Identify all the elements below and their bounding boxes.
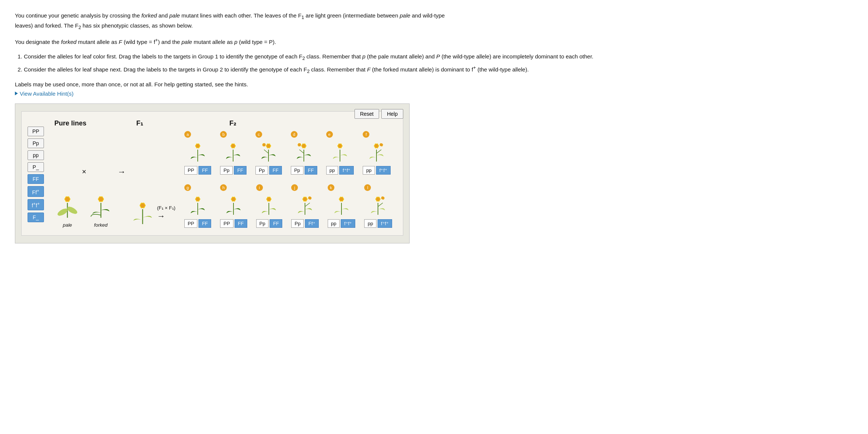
label-Fft[interactable]: Ff+ <box>28 186 44 197</box>
label-Pp[interactable]: Pp <box>28 138 44 148</box>
label-pp[interactable]: pp <box>28 150 44 160</box>
f2-plant-g: g <box>184 184 211 228</box>
genotype-k: pp f⁺f⁺ <box>328 219 356 228</box>
f2-plant-a-svg <box>188 138 208 165</box>
genotype-i-1[interactable]: Pp <box>256 219 269 228</box>
svg-point-95 <box>196 197 200 201</box>
svg-point-140 <box>376 197 380 201</box>
label-ftft[interactable]: f+f+ <box>28 199 44 210</box>
svg-line-77 <box>376 150 381 153</box>
help-button[interactable]: Help <box>381 109 403 119</box>
genotype-b-2[interactable]: FF <box>234 166 247 175</box>
instruction-2: Consider the alleles for leaf shape next… <box>24 64 853 76</box>
genotype-k-2[interactable]: f⁺f⁺ <box>341 219 355 228</box>
genotype-l-1[interactable]: pp <box>364 219 376 228</box>
circle-e: e <box>326 131 333 138</box>
svg-point-87 <box>380 143 383 146</box>
f2-plant-i: i <box>256 184 283 228</box>
genotype-b: Pp FF <box>220 166 247 175</box>
genotype-g-2[interactable]: FF <box>198 219 211 228</box>
label-FF[interactable]: FF <box>28 174 44 184</box>
circle-f: f <box>363 131 369 138</box>
circle-l: l <box>364 184 371 191</box>
svg-point-111 <box>267 197 271 201</box>
label-F_[interactable]: F_ <box>28 213 44 222</box>
f2-plant-f: f <box>363 131 391 175</box>
circle-g: g <box>184 184 191 191</box>
f2-plant-b: b <box>220 131 247 175</box>
f2-plant-c: c <box>255 131 282 175</box>
genotype-g-1[interactable]: PP <box>184 219 197 228</box>
col-headers: Pure lines F₁ F₂ <box>51 119 397 127</box>
circle-j: j <box>291 184 298 191</box>
svg-point-41 <box>231 144 235 148</box>
genotype-j-1[interactable]: Pp <box>291 219 304 228</box>
genotype-e-2[interactable]: f⁺f⁺ <box>339 166 354 175</box>
f1-plant-svg <box>130 196 156 228</box>
genotype-l: pp f⁺f⁺ <box>364 219 392 228</box>
svg-point-63 <box>302 144 306 148</box>
genotype-k-1[interactable]: pp <box>328 219 340 228</box>
circle-c: c <box>255 131 262 138</box>
svg-point-17 <box>99 197 103 201</box>
genotype-g: PP FF <box>184 219 211 228</box>
top-buttons: Reset Help <box>354 109 403 119</box>
svg-point-120 <box>303 197 307 201</box>
genotype-a-2[interactable]: FF <box>198 166 211 175</box>
arrow-1: → <box>118 167 126 192</box>
svg-point-50 <box>267 144 270 148</box>
genotype-e-1[interactable]: pp <box>326 166 338 175</box>
f2-plant-h: h <box>220 184 247 228</box>
hint-link-text[interactable]: View Available Hint(s) <box>20 90 74 97</box>
genotype-f: pp f⁺f⁺ <box>363 166 391 175</box>
f2-row-2: g <box>184 184 392 228</box>
genotype-d-1[interactable]: Pp <box>291 166 303 175</box>
genotype-j-2[interactable]: Ff⁺ <box>305 219 319 228</box>
svg-point-103 <box>232 197 235 201</box>
genotype-f-1[interactable]: pp <box>363 166 375 175</box>
genotype-d-2[interactable]: FF <box>305 166 317 175</box>
label-P_[interactable]: P_ <box>28 162 44 172</box>
genotype-f-2[interactable]: f⁺f⁺ <box>376 166 391 175</box>
f2-row-1: a <box>184 131 392 175</box>
svg-point-67 <box>298 143 301 146</box>
genotype-c-1[interactable]: Pp <box>255 166 268 175</box>
f2-plant-c-svg <box>258 138 279 165</box>
pale-plant-svg <box>54 190 80 221</box>
f1-cross-area: (F₁ × F₁) → <box>157 205 175 228</box>
pale-plant-group: pale <box>54 190 80 228</box>
svg-line-133 <box>378 203 383 207</box>
genotype-j: Pp Ff⁺ <box>291 219 318 228</box>
genotype-d: Pp FF <box>291 166 317 175</box>
f2-plant-g-svg <box>188 192 208 218</box>
circle-i: i <box>256 184 263 191</box>
f2-plant-k-svg <box>331 192 352 218</box>
pure-lines-header: Pure lines <box>54 119 136 127</box>
genotype-b-1[interactable]: Pp <box>220 166 233 175</box>
genotype-c-2[interactable]: FF <box>269 166 282 175</box>
circle-k: k <box>328 184 334 191</box>
genotype-i-2[interactable]: FF <box>270 219 282 228</box>
svg-point-143 <box>381 197 384 200</box>
svg-point-9 <box>65 197 70 201</box>
svg-point-75 <box>338 144 342 148</box>
genotype-a-1[interactable]: PP <box>184 166 197 175</box>
genotype-l-2[interactable]: f⁺f⁺ <box>378 219 392 228</box>
svg-line-113 <box>305 203 310 207</box>
svg-point-33 <box>196 144 200 148</box>
genotype-h-2[interactable]: FF <box>235 219 247 228</box>
cross-symbol: × <box>82 167 86 191</box>
inner-box: PP Pp pp P_ FF Ff+ f+f+ F_ Pure lines F₁… <box>21 111 403 236</box>
reset-button[interactable]: Reset <box>354 109 379 119</box>
pale-plant-label: pale <box>63 222 72 228</box>
forked-plant-group: forked <box>88 190 114 228</box>
exercise-box: Reset Help PP Pp pp P_ FF Ff+ f+f+ F_ Pu… <box>15 103 410 243</box>
label-PP[interactable]: PP <box>28 127 44 136</box>
svg-point-25 <box>140 203 145 208</box>
genotype-h-1[interactable]: PP <box>220 219 233 228</box>
svg-point-54 <box>263 143 266 146</box>
hint-link[interactable]: View Available Hint(s) <box>15 90 853 97</box>
labels-column: PP Pp pp P_ FF Ff+ f+f+ F_ <box>28 119 44 228</box>
f1-header: F₁ <box>136 119 192 127</box>
forked-plant-svg <box>88 190 114 221</box>
